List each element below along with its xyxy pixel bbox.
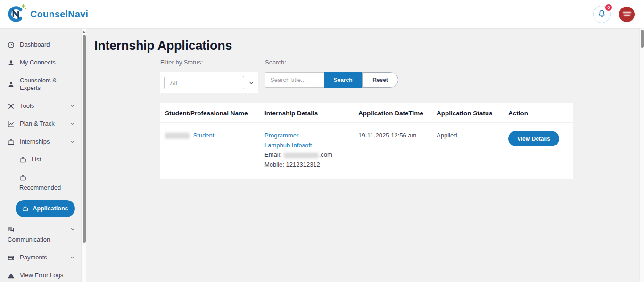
chevron-down-icon [70, 103, 75, 109]
search-input[interactable] [265, 72, 324, 88]
briefcase-icon [22, 205, 29, 212]
mobile-line: Mobile: 1212312312 [264, 160, 349, 170]
sidebar-item-my-connects[interactable]: My Connects [0, 54, 81, 72]
chevron-down-icon [70, 139, 75, 145]
chevron-down-icon [70, 121, 75, 127]
sidebar-item-internships-recommended[interactable]: Recommended [0, 169, 81, 197]
sidebar-item-internships-applications[interactable]: Applications [16, 200, 75, 217]
reset-button[interactable]: Reset [362, 72, 398, 88]
brand[interactable]: CounselNavi [7, 3, 88, 25]
status-select-value: All [170, 79, 177, 86]
page-title: Internship Applications [94, 39, 644, 53]
briefcase-icon [8, 138, 16, 145]
chevron-down-icon [70, 255, 75, 260]
sidebar-item-internships-list[interactable]: List [0, 151, 81, 169]
scrollbar-up-arrow[interactable] [82, 31, 86, 33]
user-icon [8, 59, 16, 66]
internship-details-cell: Programmer Lamphub Infosoft Email: .com … [260, 123, 354, 179]
briefcase-icon [19, 174, 27, 181]
search-controls: Search Reset [265, 72, 398, 88]
column-header-action: Action [504, 103, 573, 122]
notification-count-badge: 0 [605, 4, 612, 11]
search-label: Search: [265, 59, 398, 66]
topbar-actions: 0 [593, 6, 635, 23]
column-header-student-name: Student/Professional Name [160, 103, 260, 122]
page-scrollbar-thumb[interactable] [641, 30, 644, 48]
redacted-student-name [165, 133, 190, 139]
filter-search-controls: Filter by Status: All Search: Search Res… [160, 59, 644, 93]
company-link[interactable]: Lamphub Infosoft [264, 142, 312, 149]
chevron-down-icon [70, 226, 75, 232]
bell-icon [597, 9, 606, 20]
student-link[interactable]: Student [193, 132, 215, 139]
email-line: Email: .com [264, 150, 349, 160]
action-cell: View Details [504, 123, 573, 179]
sidebar-item-plan-track[interactable]: Plan & Track [0, 115, 81, 133]
sidebar-item-dashboard[interactable]: Dashboard [0, 36, 81, 54]
sidebar-scrollbar[interactable] [81, 28, 86, 282]
sidebar: Dashboard My Connects Counselors & Exper… [0, 28, 86, 282]
sidebar-scrollbar-thumb[interactable] [83, 35, 86, 243]
status-filter-block: Filter by Status: All [160, 59, 258, 93]
avatar-redacted-text [624, 15, 630, 16]
status-select[interactable]: All [164, 76, 244, 89]
email-domain: .com [319, 151, 332, 158]
warning-icon [8, 272, 16, 279]
application-datetime-cell: 19-11-2025 12:56 am [354, 123, 432, 179]
briefcase-icon [19, 156, 27, 163]
applications-table: Student/Professional Name Internship Det… [160, 103, 573, 180]
email-label: Email: [264, 151, 281, 158]
sidebar-item-counselors-experts[interactable]: Counselors & Experts [0, 72, 81, 97]
sidebar-item-communication[interactable]: Communication [0, 220, 81, 249]
internship-title-link[interactable]: Programmer [264, 132, 298, 139]
column-header-application-status: Application Status [432, 103, 504, 122]
avatar-redacted-text [623, 12, 631, 13]
dashboard-icon [8, 41, 16, 48]
counselnavi-logo-icon [7, 3, 27, 25]
sidebar-item-tools[interactable]: Tools [0, 97, 81, 115]
sidebar-item-payments[interactable]: Payments [0, 249, 81, 266]
student-name-cell: Student [160, 123, 260, 179]
redacted-email [284, 153, 319, 158]
filter-by-status-label: Filter by Status: [160, 59, 258, 66]
avatar[interactable] [619, 7, 635, 22]
chevron-down-icon[interactable] [248, 80, 255, 86]
sidebar-item-internships[interactable]: Internships [0, 133, 81, 151]
top-header: CounselNavi 0 [0, 0, 644, 28]
page-scrollbar[interactable] [639, 28, 644, 282]
application-status-cell: Applied [432, 123, 504, 179]
search-block: Search: Search Reset [265, 59, 398, 88]
column-header-application-datetime: Application DateTime [354, 103, 432, 122]
tools-icon [8, 102, 16, 110]
column-header-internship-details: Internship Details [260, 103, 354, 122]
user-icon [8, 81, 16, 88]
status-filter: All [160, 72, 258, 93]
chart-icon [8, 120, 16, 128]
payments-icon [8, 254, 16, 261]
chat-icon [8, 226, 16, 233]
brand-name: CounselNavi [30, 9, 88, 20]
notifications-button[interactable]: 0 [593, 6, 611, 23]
search-button[interactable]: Search [324, 72, 362, 88]
main-content: Internship Applications Filter by Status… [86, 28, 644, 282]
table-row: Student Programmer Lamphub Infosoft Emai… [160, 123, 573, 180]
sidebar-item-view-error-logs[interactable]: View Error Logs [0, 266, 81, 282]
table-header-row: Student/Professional Name Internship Det… [160, 103, 573, 123]
view-details-button[interactable]: View Details [508, 131, 559, 146]
